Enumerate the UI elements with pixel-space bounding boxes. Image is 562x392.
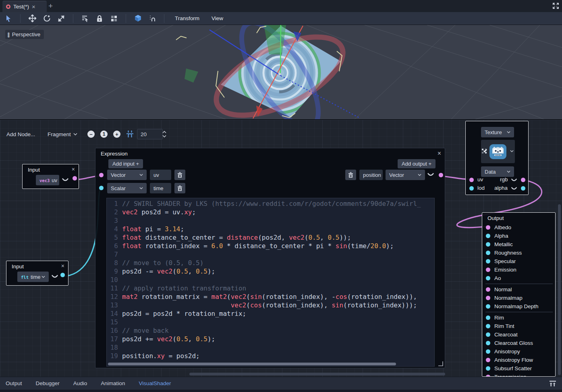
expand-panel-icon[interactable] xyxy=(549,381,556,386)
port-in-uv[interactable] xyxy=(469,178,474,182)
add-node-button[interactable]: Add Node... xyxy=(6,129,35,139)
bottom-panel-tab-visualshader[interactable]: VisualShader xyxy=(139,380,171,386)
texture-preview[interactable] xyxy=(481,140,515,163)
close-icon[interactable]: × xyxy=(438,150,441,157)
bottom-panel-tab-output[interactable]: Output xyxy=(6,380,22,386)
input-type-select[interactable]: Scalar xyxy=(107,183,147,193)
add-input-button[interactable]: Add input + xyxy=(108,159,143,168)
port-in-clearcoat[interactable] xyxy=(486,332,490,337)
close-icon[interactable]: × xyxy=(61,263,64,269)
code-editor-hscrollbar[interactable] xyxy=(108,363,396,365)
visual-shader-graph[interactable]: Add Node... Fragment − 1 + 20 Input × ve… xyxy=(0,119,562,377)
port-in-metallic[interactable] xyxy=(486,242,490,247)
output-port-row: Alpha xyxy=(482,232,556,240)
port-in-specular[interactable] xyxy=(486,259,490,263)
code-token: rotation_index = xyxy=(141,242,211,250)
output-type-select[interactable]: Vector xyxy=(386,170,425,180)
resize-handle[interactable] xyxy=(438,361,443,366)
port-in-uv[interactable] xyxy=(99,173,104,177)
scale-tool-icon[interactable] xyxy=(57,14,66,23)
port-in-anisotropy[interactable] xyxy=(486,349,490,354)
input-source-select[interactable]: vec3uv xyxy=(36,175,59,185)
bottom-panel-tab-debugger[interactable]: Debugger xyxy=(36,380,60,386)
port-out-vector[interactable] xyxy=(73,176,77,180)
select-tool-icon[interactable] xyxy=(4,14,13,23)
graph-vscrollbar[interactable] xyxy=(558,204,561,375)
expand-port-icon[interactable] xyxy=(427,172,434,177)
port-out-rgb[interactable] xyxy=(521,178,525,182)
port-in-emission[interactable] xyxy=(486,268,490,272)
code-line: 6float rotation_index = 6.0 * distance_t… xyxy=(107,242,434,250)
node-input-uv[interactable]: Input × vec3uv xyxy=(22,164,79,189)
texture-type-select[interactable]: Texture xyxy=(481,127,514,137)
delete-input-button[interactable] xyxy=(174,170,185,180)
local-space-cube-icon[interactable] xyxy=(133,14,142,23)
input-name-field[interactable]: uv xyxy=(150,170,171,180)
output-name-field[interactable]: position xyxy=(359,170,383,180)
input-source-select[interactable]: flttime xyxy=(17,272,49,282)
node-input-time[interactable]: Input × flttime xyxy=(6,261,68,286)
port-in-rim-tint[interactable] xyxy=(486,324,490,328)
drag-handle-icon[interactable]: ●●● xyxy=(7,32,10,37)
bottom-panel-tab-animation[interactable]: Animation xyxy=(101,380,125,386)
zoom-in-button[interactable]: + xyxy=(113,131,120,138)
port-in-roughness[interactable] xyxy=(486,251,490,255)
lock-icon[interactable] xyxy=(95,14,104,23)
port-in-normalmap[interactable] xyxy=(486,296,490,300)
graph-hscrollbar[interactable] xyxy=(189,373,445,375)
view-menu[interactable]: View xyxy=(208,15,226,21)
expand-port-icon[interactable] xyxy=(511,178,517,183)
delete-input-button[interactable] xyxy=(174,183,185,193)
close-icon[interactable]: × xyxy=(72,166,75,172)
tab-close-icon[interactable]: × xyxy=(32,4,35,10)
port-in-clearcoat-gloss[interactable] xyxy=(486,341,490,345)
move-tool-icon[interactable] xyxy=(28,14,37,23)
fullscreen-icon[interactable] xyxy=(552,2,559,9)
chevron-down-icon[interactable] xyxy=(510,150,514,152)
output-port-row: Normalmap Depth xyxy=(482,302,556,311)
zoom-reset-button[interactable]: 1 xyxy=(100,131,108,138)
chevron-down-icon xyxy=(507,131,510,133)
snap-mode-icon[interactable] xyxy=(148,14,157,23)
expand-port-icon[interactable] xyxy=(51,274,58,279)
expand-port-icon[interactable] xyxy=(511,187,517,191)
port-out-scalar[interactable] xyxy=(60,273,65,277)
node-output[interactable]: Output AlbedoAlphaMetallicRoughnessSpecu… xyxy=(482,212,556,377)
edit-texture-icon[interactable] xyxy=(482,149,487,154)
group-icon[interactable] xyxy=(110,14,118,23)
input-name-field[interactable]: time xyxy=(150,183,171,193)
shader-mode-select[interactable]: Fragment xyxy=(48,129,77,139)
scene-tab[interactable]: Test(*) × xyxy=(2,1,47,12)
port-in-normal[interactable] xyxy=(486,287,490,292)
node-texture[interactable]: Texture Data uv xyxy=(465,121,529,195)
port-in-normalmap-depth[interactable] xyxy=(486,304,490,309)
port-in-subsurf-scatter[interactable] xyxy=(486,366,490,371)
rotate-tool-icon[interactable] xyxy=(42,14,51,23)
zoom-out-button[interactable]: − xyxy=(87,131,95,138)
bottom-panel-tab-audio[interactable]: Audio xyxy=(73,380,87,386)
grid-snap-toggle[interactable] xyxy=(126,130,134,138)
snap-spinner[interactable] xyxy=(162,130,167,139)
expression-code-editor[interactable]: 1// SWIRL SHADER by LKS (https://www.red… xyxy=(106,198,435,367)
transform-menu[interactable]: Transform xyxy=(172,15,203,21)
port-in-albedo[interactable] xyxy=(486,225,490,230)
new-tab-button[interactable]: + xyxy=(48,2,53,10)
port-out-alpha[interactable] xyxy=(521,186,525,191)
port-out-position[interactable] xyxy=(439,173,443,177)
add-output-button[interactable]: Add output + xyxy=(398,159,435,168)
perspective-button[interactable]: ●●● Perspective xyxy=(5,30,44,39)
delete-output-button[interactable] xyxy=(345,170,356,180)
port-in-anisotropy-flow[interactable] xyxy=(486,358,490,362)
perspective-label: Perspective xyxy=(12,31,41,37)
port-in-alpha[interactable] xyxy=(486,234,490,238)
expand-port-icon[interactable] xyxy=(62,178,69,183)
texture-data-select[interactable]: Data xyxy=(481,166,514,177)
snap-distance-input[interactable]: 20 xyxy=(137,129,163,139)
list-select-tool-icon[interactable] xyxy=(81,14,89,23)
port-in-time[interactable] xyxy=(99,186,104,190)
input-type-select[interactable]: Vector xyxy=(107,170,147,180)
port-in-rim[interactable] xyxy=(486,315,490,320)
port-in-ao[interactable] xyxy=(486,276,490,280)
port-in-lod[interactable] xyxy=(469,186,474,191)
viewport-3d[interactable]: ●●● Perspective xyxy=(0,25,562,119)
